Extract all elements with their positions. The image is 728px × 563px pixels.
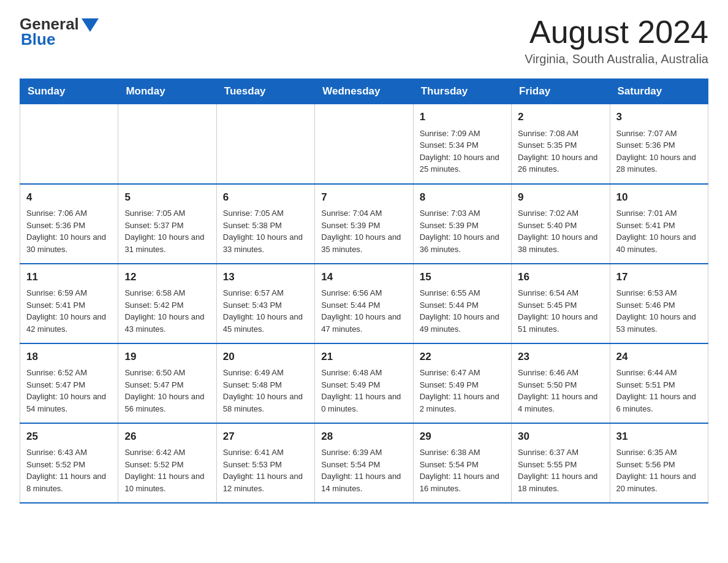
calendar-cell: 7Sunrise: 7:04 AMSunset: 5:39 PMDaylight… bbox=[315, 184, 413, 264]
day-info: Daylight: 10 hours and 56 minutes. bbox=[124, 391, 210, 415]
page-header: General Blue August 2024 Virginia, South… bbox=[20, 15, 708, 66]
day-number: 4 bbox=[26, 190, 112, 205]
day-info: Sunrise: 7:09 AM bbox=[420, 128, 505, 140]
day-info: Sunrise: 6:57 AM bbox=[223, 287, 308, 299]
day-info: Daylight: 11 hours and 8 minutes. bbox=[26, 470, 112, 494]
calendar-cell: 4Sunrise: 7:06 AMSunset: 5:36 PMDaylight… bbox=[20, 184, 118, 264]
day-info: Sunrise: 6:54 AM bbox=[518, 287, 603, 299]
day-number: 3 bbox=[616, 109, 702, 125]
day-info: Sunset: 5:46 PM bbox=[616, 299, 702, 312]
day-info: Daylight: 10 hours and 43 minutes. bbox=[124, 311, 210, 335]
day-number: 21 bbox=[321, 349, 406, 365]
day-info: Sunset: 5:41 PM bbox=[26, 299, 112, 312]
day-number: 15 bbox=[420, 269, 505, 285]
calendar-cell: 16Sunrise: 6:54 AMSunset: 5:45 PMDayligh… bbox=[512, 264, 610, 343]
day-info: Sunrise: 6:48 AM bbox=[321, 367, 406, 379]
logo: General Blue bbox=[20, 15, 99, 49]
day-number: 26 bbox=[124, 429, 210, 445]
day-number: 14 bbox=[321, 269, 406, 285]
day-number: 30 bbox=[518, 429, 603, 445]
day-info: Sunrise: 6:47 AM bbox=[420, 367, 505, 379]
calendar-week-5: 25Sunrise: 6:43 AMSunset: 5:52 PMDayligh… bbox=[20, 423, 708, 503]
calendar-cell bbox=[20, 104, 118, 184]
day-info: Sunset: 5:44 PM bbox=[321, 299, 406, 312]
day-info: Daylight: 10 hours and 58 minutes. bbox=[223, 391, 308, 415]
day-info: Sunset: 5:49 PM bbox=[420, 379, 505, 391]
day-info: Daylight: 10 hours and 33 minutes. bbox=[223, 231, 308, 255]
day-info: Sunrise: 6:38 AM bbox=[420, 446, 505, 459]
day-number: 22 bbox=[420, 349, 505, 365]
calendar-cell: 30Sunrise: 6:37 AMSunset: 5:55 PMDayligh… bbox=[512, 423, 610, 503]
day-info: Sunset: 5:54 PM bbox=[420, 459, 505, 471]
day-info: Sunrise: 6:37 AM bbox=[518, 446, 603, 459]
day-info: Sunset: 5:48 PM bbox=[223, 379, 308, 391]
day-info: Sunrise: 6:43 AM bbox=[26, 446, 112, 459]
calendar-cell: 20Sunrise: 6:49 AMSunset: 5:48 PMDayligh… bbox=[216, 343, 314, 423]
day-info: Sunrise: 6:53 AM bbox=[616, 287, 702, 299]
day-number: 9 bbox=[518, 190, 603, 205]
day-number: 7 bbox=[321, 190, 406, 205]
day-info: Sunset: 5:56 PM bbox=[616, 459, 702, 471]
weekday-header-friday: Friday bbox=[512, 79, 610, 104]
day-info: Sunrise: 6:44 AM bbox=[616, 367, 702, 379]
day-number: 13 bbox=[223, 269, 308, 285]
calendar-cell bbox=[315, 104, 413, 184]
day-info: Sunset: 5:39 PM bbox=[420, 220, 505, 232]
day-number: 2 bbox=[518, 109, 603, 125]
day-info: Sunset: 5:50 PM bbox=[518, 379, 603, 391]
day-info: Sunset: 5:35 PM bbox=[518, 139, 603, 151]
day-info: Sunrise: 7:02 AM bbox=[518, 207, 603, 220]
day-info: Sunrise: 7:04 AM bbox=[321, 207, 406, 220]
day-info: Sunrise: 7:05 AM bbox=[223, 207, 308, 220]
calendar-week-1: 1Sunrise: 7:09 AMSunset: 5:34 PMDaylight… bbox=[20, 104, 708, 184]
day-info: Sunrise: 7:08 AM bbox=[518, 128, 603, 140]
day-info: Sunrise: 6:35 AM bbox=[616, 446, 702, 459]
calendar-cell: 11Sunrise: 6:59 AMSunset: 5:41 PMDayligh… bbox=[20, 264, 118, 343]
day-info: Daylight: 10 hours and 31 minutes. bbox=[124, 231, 210, 255]
day-info: Sunrise: 6:49 AM bbox=[223, 367, 308, 379]
calendar-cell: 15Sunrise: 6:55 AMSunset: 5:44 PMDayligh… bbox=[413, 264, 511, 343]
day-info: Sunset: 5:34 PM bbox=[420, 139, 505, 151]
day-info: Sunrise: 6:42 AM bbox=[124, 446, 210, 459]
calendar-cell: 24Sunrise: 6:44 AMSunset: 5:51 PMDayligh… bbox=[610, 343, 708, 423]
day-info: Daylight: 11 hours and 6 minutes. bbox=[616, 391, 702, 415]
calendar-cell: 19Sunrise: 6:50 AMSunset: 5:47 PMDayligh… bbox=[118, 343, 216, 423]
day-info: Sunrise: 6:46 AM bbox=[518, 367, 603, 379]
day-info: Sunrise: 6:58 AM bbox=[124, 287, 210, 299]
day-info: Sunrise: 7:01 AM bbox=[616, 207, 702, 220]
weekday-header-wednesday: Wednesday bbox=[315, 79, 413, 104]
calendar-cell: 1Sunrise: 7:09 AMSunset: 5:34 PMDaylight… bbox=[413, 104, 511, 184]
calendar-cell: 31Sunrise: 6:35 AMSunset: 5:56 PMDayligh… bbox=[610, 423, 708, 503]
weekday-header-thursday: Thursday bbox=[413, 79, 511, 104]
day-info: Daylight: 10 hours and 30 minutes. bbox=[26, 231, 112, 255]
day-number: 25 bbox=[26, 429, 112, 445]
calendar-cell: 6Sunrise: 7:05 AMSunset: 5:38 PMDaylight… bbox=[216, 184, 314, 264]
day-info: Sunset: 5:39 PM bbox=[321, 220, 406, 232]
weekday-header-tuesday: Tuesday bbox=[216, 79, 314, 104]
calendar-title: August 2024 bbox=[525, 15, 708, 50]
calendar-cell: 27Sunrise: 6:41 AMSunset: 5:53 PMDayligh… bbox=[216, 423, 314, 503]
day-number: 18 bbox=[26, 349, 112, 365]
day-info: Daylight: 10 hours and 28 minutes. bbox=[616, 151, 702, 175]
calendar-cell bbox=[216, 104, 314, 184]
calendar-cell: 21Sunrise: 6:48 AMSunset: 5:49 PMDayligh… bbox=[315, 343, 413, 423]
day-number: 5 bbox=[124, 190, 210, 205]
calendar-cell: 28Sunrise: 6:39 AMSunset: 5:54 PMDayligh… bbox=[315, 423, 413, 503]
calendar-cell: 2Sunrise: 7:08 AMSunset: 5:35 PMDaylight… bbox=[512, 104, 610, 184]
calendar-cell: 23Sunrise: 6:46 AMSunset: 5:50 PMDayligh… bbox=[512, 343, 610, 423]
day-number: 11 bbox=[26, 269, 112, 285]
logo-triangle-icon bbox=[82, 18, 99, 32]
day-info: Sunset: 5:41 PM bbox=[616, 220, 702, 232]
day-info: Daylight: 10 hours and 49 minutes. bbox=[420, 311, 505, 335]
day-info: Daylight: 11 hours and 4 minutes. bbox=[518, 391, 603, 415]
calendar-cell: 18Sunrise: 6:52 AMSunset: 5:47 PMDayligh… bbox=[20, 343, 118, 423]
day-info: Sunrise: 6:56 AM bbox=[321, 287, 406, 299]
day-info: Sunset: 5:36 PM bbox=[616, 139, 702, 151]
weekday-header-sunday: Sunday bbox=[20, 79, 118, 104]
calendar-cell: 29Sunrise: 6:38 AMSunset: 5:54 PMDayligh… bbox=[413, 423, 511, 503]
day-info: Sunrise: 7:07 AM bbox=[616, 128, 702, 140]
day-info: Sunset: 5:42 PM bbox=[124, 299, 210, 312]
calendar-week-3: 11Sunrise: 6:59 AMSunset: 5:41 PMDayligh… bbox=[20, 264, 708, 343]
day-info: Sunrise: 6:52 AM bbox=[26, 367, 112, 379]
day-info: Sunset: 5:49 PM bbox=[321, 379, 406, 391]
